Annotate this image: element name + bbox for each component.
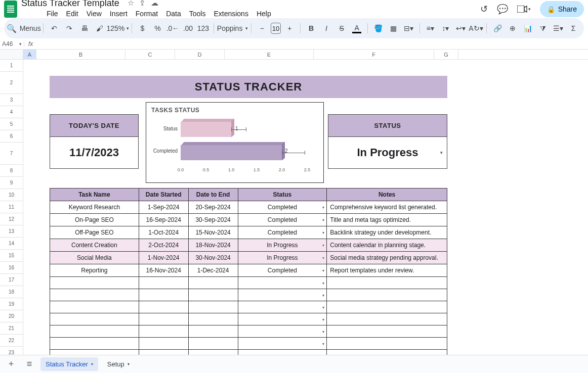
row-header-11[interactable]: 11 [0,201,23,213]
menu-view[interactable]: View [83,9,105,19]
strikethrough-button[interactable]: S [335,21,348,35]
increase-font-button[interactable]: + [283,21,296,35]
italic-button[interactable]: I [320,21,333,35]
menu-format[interactable]: Format [133,9,161,19]
print-button[interactable]: 🖶 [78,21,91,35]
row-header-6[interactable]: 6 [0,130,23,143]
row-header-18[interactable]: 18 [0,286,23,298]
h-align-button[interactable]: ≡▾ [424,21,437,35]
row-header-7[interactable]: 7 [0,143,23,165]
percent-button[interactable]: % [151,21,164,35]
font-dropdown[interactable]: Poppins▾ [218,21,247,35]
row-header-19[interactable]: 19 [0,298,23,310]
table-cell[interactable]: In Progress▾ [238,239,327,252]
row-header-8[interactable]: 8 [0,165,23,177]
table-cell[interactable]: ▾ [238,289,327,301]
filter-views-button[interactable]: ☰▾ [552,21,565,35]
share-button[interactable]: 🔒 Share [540,1,584,17]
col-header-A[interactable]: A [23,50,36,59]
zoom-dropdown[interactable]: 125%▾ [108,21,128,35]
table-cell[interactable]: ▾ [238,325,327,338]
tasks-status-chart[interactable]: TASKS STATUS Status Completed 1 2 0.00.5… [146,102,324,183]
menu-help[interactable]: Help [254,9,274,19]
row-header-20[interactable]: 20 [0,310,23,322]
row-header-2[interactable]: 2 [0,72,23,94]
more-formats-button[interactable]: 123 [196,21,209,35]
document-title[interactable]: Status Tracker Template [21,0,119,9]
redo-button[interactable]: ↷ [63,21,76,35]
cloud-icon[interactable]: ☁ [151,0,158,8]
rotate-button[interactable]: A↻▾ [469,21,482,35]
col-header-D[interactable]: D [175,50,225,59]
table-cell[interactable]: Completed▾ [238,264,327,277]
currency-button[interactable]: $ [136,21,149,35]
wrap-button[interactable]: ↩▾ [454,21,467,35]
sheets-app-icon[interactable] [4,1,17,18]
row-header-17[interactable]: 17 [0,274,23,286]
comment-button[interactable]: ⊕ [506,21,519,35]
col-header-B[interactable]: B [36,50,125,59]
history-icon[interactable]: ↺ [480,4,488,15]
functions-button[interactable]: Σ [567,21,580,35]
filter-button[interactable]: ⧩ [536,21,550,35]
col-header-F[interactable]: F [314,50,434,59]
name-box[interactable]: A46▾ [0,40,24,48]
row-header-10[interactable]: 10 [0,189,23,201]
fill-color-button[interactable]: 🪣 [372,21,385,35]
row-header-9[interactable]: 9 [0,177,23,189]
col-header-C[interactable]: C [125,50,175,59]
borders-button[interactable]: ▦ [387,21,400,35]
menu-file[interactable]: File [44,9,61,19]
all-sheets-button[interactable]: ≡ [22,359,36,369]
row-header-16[interactable]: 16 [0,262,23,274]
increase-decimal-button[interactable]: .00 [181,21,194,35]
table-cell[interactable]: Completed▾ [238,214,327,226]
row-header-21[interactable]: 21 [0,322,23,335]
chart-button[interactable]: 📊 [521,21,534,35]
col-header-G[interactable]: G [434,50,458,59]
bold-button[interactable]: B [305,21,318,35]
tab-setup[interactable]: Setup▾ [102,357,135,371]
cells-area[interactable]: STATUS TRACKER TODAY'S DATE 11/7/2023 ST… [23,60,588,363]
spreadsheet-grid[interactable]: ABCDEFG 12345678910111213141516171819202… [0,50,588,363]
row-header-22[interactable]: 22 [0,335,23,347]
search-menus[interactable]: 🔍Menus [8,21,39,35]
row-header-4[interactable]: 4 [0,106,23,118]
move-icon[interactable]: ⇪ [139,0,146,8]
row-header-5[interactable]: 5 [0,118,23,130]
menu-insert[interactable]: Insert [107,9,131,19]
table-cell[interactable]: ▾ [238,338,327,350]
menu-tools[interactable]: Tools [186,9,209,19]
table-cell[interactable]: In Progress▾ [238,252,327,264]
row-header-3[interactable]: 3 [0,94,23,106]
link-button[interactable]: 🔗 [491,21,504,35]
col-header-E[interactable]: E [225,50,314,59]
row-header-14[interactable]: 14 [0,238,23,250]
row-header-12[interactable]: 12 [0,213,23,225]
font-size-input[interactable]: 10 [271,23,281,34]
merge-button[interactable]: ⊟▾ [402,21,415,35]
status-card-value[interactable]: In Progress ▾ [328,137,447,168]
undo-button[interactable]: ↶ [48,21,61,35]
row-header-13[interactable]: 13 [0,225,23,238]
text-color-button[interactable]: A [350,21,363,35]
meet-icon[interactable]: ▾ [517,6,531,13]
select-all-corner[interactable] [0,50,23,59]
v-align-button[interactable]: ↕▾ [439,21,452,35]
decrease-decimal-button[interactable]: .0← [166,21,179,35]
table-cell[interactable]: ▾ [238,301,327,313]
tab-status-tracker[interactable]: Status Tracker▾ [40,357,98,371]
table-cell[interactable]: Completed▾ [238,201,327,214]
table-cell[interactable]: Completed▾ [238,226,327,239]
paint-format-button[interactable]: 🖌 [93,21,106,35]
row-header-1[interactable]: 1 [0,60,23,72]
menu-data[interactable]: Data [163,9,184,19]
comments-icon[interactable]: 💬 [497,4,508,15]
star-icon[interactable]: ☆ [128,0,134,8]
menu-edit[interactable]: Edit [63,9,81,19]
table-cell[interactable]: ▾ [238,313,327,325]
decrease-font-button[interactable]: − [256,21,269,35]
table-cell[interactable]: ▾ [238,277,327,289]
menu-extensions[interactable]: Extensions [211,9,251,19]
row-header-15[interactable]: 15 [0,250,23,262]
